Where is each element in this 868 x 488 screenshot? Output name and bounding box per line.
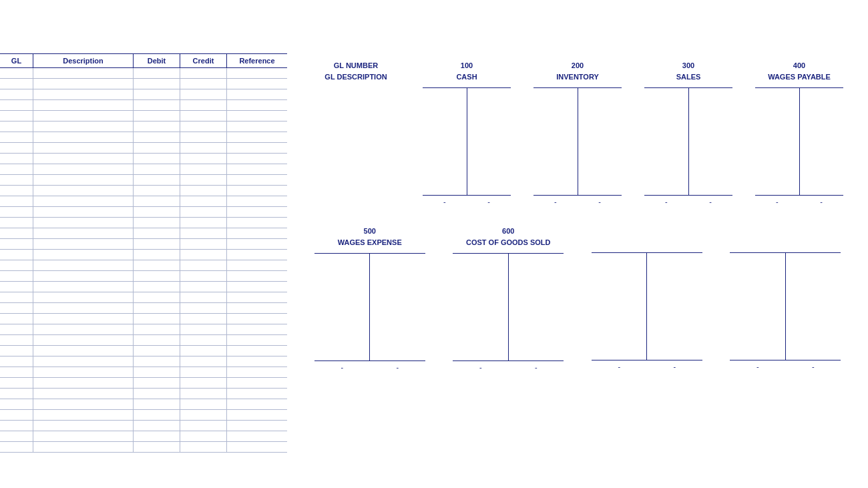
journal-cell[interactable]: [134, 421, 180, 431]
journal-cell[interactable]: [33, 186, 134, 196]
journal-cell[interactable]: [227, 335, 287, 345]
journal-cell[interactable]: [227, 378, 287, 388]
journal-cell[interactable]: [33, 442, 134, 452]
journal-cell[interactable]: [180, 389, 227, 399]
journal-cell[interactable]: [180, 121, 227, 132]
journal-cell[interactable]: [227, 89, 287, 99]
journal-cell[interactable]: [227, 431, 287, 441]
journal-cell[interactable]: [180, 324, 227, 334]
journal-cell[interactable]: [227, 442, 287, 452]
journal-cell[interactable]: [33, 100, 134, 110]
journal-cell[interactable]: [180, 314, 227, 324]
journal-cell[interactable]: [33, 89, 134, 99]
journal-cell[interactable]: [134, 100, 180, 110]
journal-cell[interactable]: [180, 239, 227, 249]
journal-cell[interactable]: [180, 250, 227, 260]
journal-cell[interactable]: [180, 292, 227, 302]
journal-cell[interactable]: [134, 335, 180, 345]
journal-cell[interactable]: [227, 164, 287, 174]
journal-cell[interactable]: [134, 292, 180, 302]
journal-cell[interactable]: [227, 239, 287, 249]
journal-cell[interactable]: [33, 79, 134, 89]
journal-cell[interactable]: [180, 346, 227, 356]
journal-cell[interactable]: [0, 367, 33, 377]
journal-cell[interactable]: [0, 410, 33, 420]
journal-cell[interactable]: [134, 282, 180, 292]
journal-cell[interactable]: [33, 431, 134, 441]
journal-cell[interactable]: [134, 196, 180, 206]
journal-cell[interactable]: [134, 207, 180, 217]
journal-cell[interactable]: [227, 410, 287, 420]
journal-cell[interactable]: [134, 132, 180, 142]
journal-cell[interactable]: [134, 218, 180, 228]
journal-cell[interactable]: [227, 282, 287, 292]
journal-cell[interactable]: [0, 89, 33, 99]
journal-cell[interactable]: [134, 431, 180, 441]
journal-cell[interactable]: [33, 282, 134, 292]
journal-cell[interactable]: [134, 324, 180, 334]
journal-cell[interactable]: [180, 207, 227, 217]
journal-cell[interactable]: [134, 121, 180, 132]
journal-cell[interactable]: [180, 186, 227, 196]
journal-cell[interactable]: [134, 378, 180, 388]
journal-cell[interactable]: [134, 260, 180, 270]
journal-cell[interactable]: [180, 100, 227, 110]
journal-cell[interactable]: [134, 410, 180, 420]
journal-cell[interactable]: [33, 260, 134, 270]
journal-cell[interactable]: [227, 79, 287, 89]
journal-cell[interactable]: [33, 111, 134, 121]
journal-cell[interactable]: [180, 154, 227, 164]
journal-cell[interactable]: [227, 292, 287, 302]
journal-cell[interactable]: [0, 218, 33, 228]
journal-cell[interactable]: [33, 324, 134, 334]
journal-cell[interactable]: [180, 421, 227, 431]
journal-cell[interactable]: [33, 378, 134, 388]
journal-cell[interactable]: [180, 303, 227, 313]
journal-cell[interactable]: [33, 421, 134, 431]
journal-cell[interactable]: [227, 68, 287, 78]
journal-cell[interactable]: [134, 228, 180, 238]
journal-cell[interactable]: [0, 164, 33, 174]
journal-cell[interactable]: [0, 346, 33, 356]
journal-cell[interactable]: [0, 100, 33, 110]
journal-cell[interactable]: [134, 143, 180, 153]
journal-cell[interactable]: [0, 356, 33, 367]
journal-cell[interactable]: [180, 399, 227, 409]
journal-cell[interactable]: [33, 367, 134, 377]
journal-cell[interactable]: [227, 186, 287, 196]
journal-cell[interactable]: [134, 356, 180, 367]
journal-cell[interactable]: [227, 421, 287, 431]
journal-cell[interactable]: [227, 218, 287, 228]
journal-cell[interactable]: [0, 196, 33, 206]
journal-cell[interactable]: [0, 121, 33, 132]
journal-cell[interactable]: [33, 132, 134, 142]
journal-cell[interactable]: [180, 431, 227, 441]
journal-cell[interactable]: [180, 175, 227, 185]
journal-cell[interactable]: [180, 143, 227, 153]
journal-cell[interactable]: [134, 250, 180, 260]
journal-cell[interactable]: [33, 399, 134, 409]
journal-cell[interactable]: [0, 260, 33, 270]
journal-cell[interactable]: [33, 68, 134, 78]
journal-cell[interactable]: [180, 367, 227, 377]
journal-cell[interactable]: [33, 303, 134, 313]
journal-cell[interactable]: [180, 89, 227, 99]
journal-cell[interactable]: [227, 196, 287, 206]
journal-cell[interactable]: [134, 367, 180, 377]
journal-cell[interactable]: [0, 292, 33, 302]
journal-cell[interactable]: [180, 442, 227, 452]
journal-cell[interactable]: [33, 121, 134, 132]
journal-cell[interactable]: [0, 228, 33, 238]
journal-cell[interactable]: [0, 314, 33, 324]
journal-cell[interactable]: [180, 228, 227, 238]
journal-cell[interactable]: [0, 154, 33, 164]
journal-cell[interactable]: [33, 196, 134, 206]
journal-cell[interactable]: [227, 314, 287, 324]
journal-cell[interactable]: [0, 431, 33, 441]
journal-cell[interactable]: [227, 346, 287, 356]
journal-cell[interactable]: [134, 346, 180, 356]
journal-cell[interactable]: [0, 442, 33, 452]
journal-cell[interactable]: [0, 132, 33, 142]
journal-cell[interactable]: [227, 100, 287, 110]
journal-cell[interactable]: [134, 164, 180, 174]
